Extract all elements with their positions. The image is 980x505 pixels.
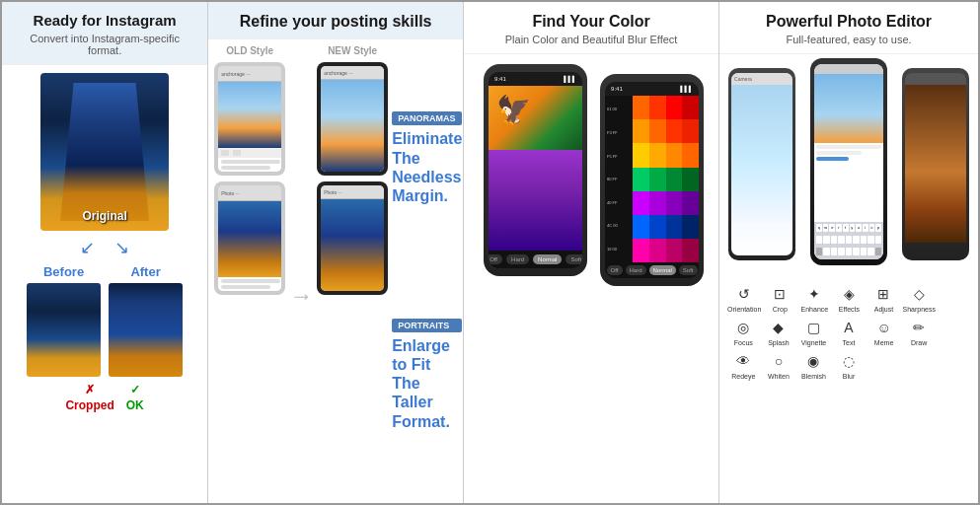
old-pp-caption: [218, 277, 281, 291]
key-f[interactable]: [838, 236, 844, 244]
color-phone-back: 9:41 ▌▌▌ 🦅 Off Hard Normal Soft: [484, 64, 587, 276]
key-c[interactable]: [838, 248, 844, 255]
panel-4-header: Powerful Photo Editor Full-featured, eas…: [719, 2, 978, 54]
tool-redeye[interactable]: 👁 Redeye: [727, 350, 760, 380]
key-q[interactable]: q: [816, 224, 822, 232]
tool-enhance[interactable]: ✦ Enhance: [798, 283, 830, 313]
ctrl-off[interactable]: Off: [489, 254, 502, 264]
bird-photo: 🦅: [489, 86, 582, 150]
key-k[interactable]: [867, 236, 873, 244]
key-v[interactable]: [846, 248, 852, 255]
ctrl-soft[interactable]: Soft: [565, 254, 582, 264]
swatch-8: [682, 119, 699, 143]
tool-draw[interactable]: ✏ Draw: [903, 317, 936, 346]
color-phone-front: 9:41 ▌▌▌ 01 00 F3 FF F5 FF 80 FF 40 FF 4…: [600, 74, 704, 286]
front-ctrl-soft[interactable]: Soft: [679, 265, 698, 275]
key-b[interactable]: [853, 248, 859, 255]
new-pp-img: [321, 199, 384, 291]
tools-row-1: ↺ Orientation ⊡ Crop ✦ Enhance ◈ Effects…: [723, 281, 974, 315]
arrow-icon: →: [289, 282, 313, 310]
label-1: 01 00: [607, 98, 631, 121]
adjust-icon: ⊞: [872, 283, 894, 305]
tool-blemish[interactable]: ◉ Blemish: [797, 350, 830, 380]
tool-meme-label: Meme: [874, 339, 893, 346]
panel-3-header: Find Your Color Plain Color and Beautifu…: [464, 2, 718, 54]
swatch-13: [633, 168, 649, 191]
key-j[interactable]: [861, 236, 867, 244]
tool-vignette[interactable]: ▢ Vignette: [797, 317, 830, 346]
panel-instagram: Ready for Instagram Convert into Instagr…: [2, 2, 208, 503]
old-portrait-screen: Photo ···: [218, 185, 281, 291]
key-e[interactable]: e: [829, 224, 835, 232]
tool-splash[interactable]: ◆ Splash: [763, 317, 795, 346]
pb-img: [731, 85, 792, 223]
ctrl-normal[interactable]: Normal: [533, 254, 562, 264]
swatch-28: [682, 239, 699, 262]
key-z[interactable]: [823, 248, 829, 255]
c-statusbar: [814, 64, 883, 74]
key-h[interactable]: [853, 236, 859, 244]
key-g[interactable]: [846, 236, 852, 244]
key-y[interactable]: y: [850, 224, 856, 232]
key-d[interactable]: [831, 236, 837, 244]
key-backspace[interactable]: [875, 248, 881, 255]
tool-whiten[interactable]: ○ Whiten: [763, 350, 795, 380]
panel-3-subtitle: Plain Color and Beautiful Blur Effect: [478, 34, 705, 45]
ok-label: OK: [126, 398, 144, 412]
whiten-icon: ○: [768, 350, 790, 372]
key-t[interactable]: t: [843, 224, 849, 232]
swatch-11: [666, 143, 683, 167]
tool-sharpness[interactable]: ◇ Sharpness: [902, 283, 935, 313]
key-l[interactable]: [875, 236, 881, 244]
port-line3: The Taller: [392, 375, 433, 410]
key-r[interactable]: r: [836, 224, 842, 232]
orientation-icon: ↺: [733, 283, 755, 305]
key-u[interactable]: u: [856, 224, 862, 232]
new-p-header: anchorage ···: [321, 66, 384, 80]
portraits-text: Enlarge to Fit The Taller Format.: [392, 336, 462, 431]
blur-icon: ◌: [838, 350, 860, 372]
key-x[interactable]: [831, 248, 837, 255]
key-i[interactable]: i: [863, 224, 868, 232]
pano-line3: Needless: [392, 169, 461, 185]
tool-effects[interactable]: ◈ Effects: [833, 283, 865, 313]
tool-crop[interactable]: ⊡ Crop: [764, 283, 795, 313]
key-o[interactable]: o: [869, 224, 875, 232]
cropped-result: ✗ Cropped: [65, 383, 113, 412]
tool-focus[interactable]: ◎ Focus: [727, 317, 760, 346]
port-line2: to Fit: [392, 356, 430, 373]
old-p-header: anchorage ···: [218, 66, 281, 82]
x-icon: ✗: [85, 383, 95, 397]
tool-enhance-label: Enhance: [801, 306, 829, 313]
tool-orientation[interactable]: ↺ Orientation: [727, 283, 761, 313]
tool-text[interactable]: A Text: [833, 317, 866, 346]
tool-vignette-label: Vignette: [801, 339, 827, 346]
before-label: Before: [43, 264, 84, 279]
key-p[interactable]: p: [875, 224, 881, 232]
arrow-row: ↙ ↘: [80, 237, 129, 258]
tool-blur[interactable]: ◌ Blur: [833, 350, 866, 380]
front-ctrl-off[interactable]: Off: [607, 265, 623, 275]
swatch-10: [649, 143, 666, 167]
crop-icon: ⊡: [769, 283, 791, 305]
key-m[interactable]: [867, 248, 873, 255]
tool-adjust[interactable]: ⊞ Adjust: [867, 283, 899, 313]
vignette-icon: ▢: [802, 317, 824, 338]
key-shift[interactable]: [816, 248, 822, 255]
key-n[interactable]: [861, 248, 867, 255]
result-row: ✗ Cropped ✓ OK: [65, 383, 143, 412]
key-s[interactable]: [823, 236, 829, 244]
front-ctrl-hard[interactable]: Hard: [626, 265, 646, 275]
time-display: 9:41: [494, 76, 506, 82]
old-pp-line1: [221, 279, 280, 283]
text-icon: A: [838, 317, 860, 338]
new-panorama-screen: anchorage ···: [321, 66, 384, 172]
key-w[interactable]: w: [823, 224, 829, 232]
new-p-img: [321, 80, 384, 172]
key-a[interactable]: [816, 236, 822, 244]
panel-3-content: 9:41 ▌▌▌ 🦅 Off Hard Normal Soft: [464, 54, 718, 503]
front-ctrl-normal[interactable]: Normal: [649, 265, 676, 275]
old-p-caption: [218, 158, 281, 172]
ctrl-hard[interactable]: Hard: [506, 254, 529, 264]
tool-meme[interactable]: ☺ Meme: [867, 317, 900, 346]
